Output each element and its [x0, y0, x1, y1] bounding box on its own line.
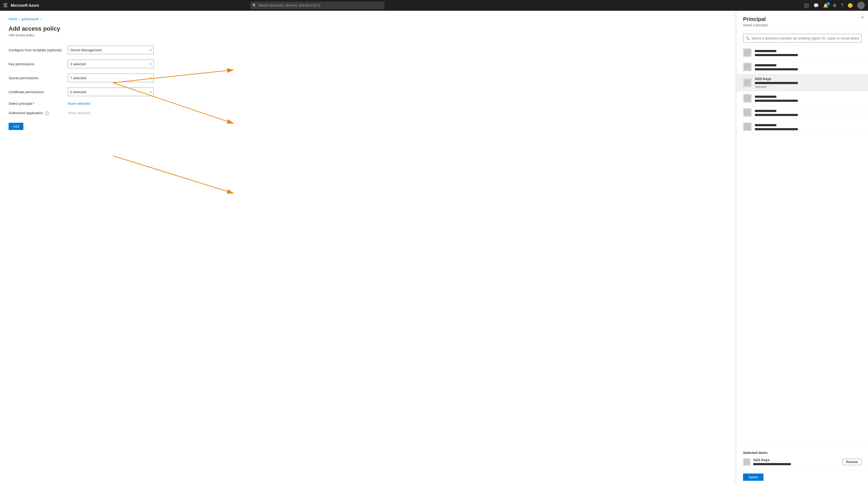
secret-permissions-value: 7 selected	[70, 76, 86, 80]
secret-permissions-row: Secret permissions 7 selected ▾	[9, 74, 728, 82]
breadcrumb-home[interactable]: Home	[9, 17, 17, 21]
principal-panel: Principal Select a principal × 🔍	[736, 11, 868, 484]
cert-permissions-dropdown[interactable]: 0 selected ▾	[68, 88, 154, 96]
secret-permissions-arrow: ▾	[150, 76, 151, 79]
selected-label: Selected	[755, 85, 862, 88]
configure-value: Secret Management	[70, 48, 101, 52]
dir-sub-6	[755, 128, 862, 131]
breadcrumb-sep-2: ›	[40, 17, 41, 21]
dir-name-1	[755, 49, 862, 53]
key-permissions-arrow: ▾	[150, 63, 151, 66]
search-input[interactable]	[258, 3, 382, 7]
select-principal-row: Select principal * None selected	[9, 101, 728, 105]
main-wrapper: Home › g2skeyvault › Add access policy A…	[0, 11, 868, 484]
auth-app-link[interactable]: None selected	[68, 111, 90, 115]
user-avatar[interactable]	[857, 2, 865, 9]
select-principal-label: Select principal *	[9, 101, 68, 105]
principal-search-input[interactable]	[751, 36, 859, 40]
close-panel-button[interactable]: ×	[861, 15, 864, 20]
principal-search-icon: 🔍	[745, 36, 750, 40]
dir-avatar-4	[743, 94, 752, 103]
secret-permissions-label: Secret permissions	[9, 76, 68, 80]
dir-sub-2	[755, 68, 862, 71]
cert-permissions-control: 0 selected ▾	[68, 88, 154, 96]
help-icon[interactable]: ?	[841, 3, 843, 8]
selected-item-name: G2S Keys	[753, 458, 842, 462]
left-panel: Home › g2skeyvault › Add access policy A…	[0, 11, 736, 484]
directory-list: G2S Keys Selected	[737, 46, 868, 446]
dir-avatar-6	[743, 123, 752, 131]
dir-item-2[interactable]	[737, 60, 868, 74]
required-star: *	[33, 101, 35, 105]
principal-search-box: 🔍	[743, 34, 862, 42]
auth-app-row: Authorized application i None selected	[9, 111, 728, 115]
cert-permissions-row: Certificate permissions 0 selected ▾	[9, 88, 728, 96]
principal-title: Principal	[743, 16, 862, 22]
feedback-icon[interactable]: 💬	[813, 3, 819, 8]
dir-sub-5	[755, 114, 862, 117]
configure-arrow: ▾	[150, 49, 151, 52]
breadcrumb-keyvault[interactable]: g2skeyvault	[22, 17, 38, 21]
dir-item-5[interactable]	[737, 105, 868, 120]
dir-name-4	[755, 95, 862, 99]
remove-button[interactable]: Remove	[842, 459, 862, 465]
key-permissions-control: 0 selected ▾	[68, 60, 154, 68]
auth-app-control: None selected	[68, 111, 154, 115]
dir-item-4[interactable]	[737, 91, 868, 105]
dir-info-3: G2S Keys Selected	[755, 77, 862, 88]
dir-info-6	[755, 123, 862, 131]
nav-icons: ⬛ 💬 🔔 1 ⚙ ? 🙂	[804, 2, 865, 9]
dir-item-g2s-keys[interactable]: G2S Keys Selected	[737, 74, 868, 91]
selected-item-avatar	[743, 458, 750, 466]
auth-app-label: Authorized application i	[9, 111, 68, 115]
settings-icon[interactable]: ⚙	[833, 3, 837, 8]
key-permissions-row: Key permissions 0 selected ▾	[9, 60, 728, 68]
key-permissions-value: 0 selected	[70, 62, 86, 66]
principal-footer: Select	[737, 470, 868, 484]
dir-info-2	[755, 63, 862, 71]
key-permissions-dropdown[interactable]: 0 selected ▾	[68, 60, 154, 68]
dir-info-5	[755, 109, 862, 117]
cloud-shell-icon[interactable]: ⬛	[804, 3, 809, 8]
cert-permissions-arrow: ▾	[150, 91, 151, 94]
dir-name-g2s-keys: G2S Keys	[755, 77, 862, 81]
selected-items-title: Selected items	[743, 451, 862, 455]
top-navigation: ☰ Microsoft Azure 🔍 ⬛ 💬 🔔 1 ⚙ ? 🙂	[0, 0, 868, 11]
key-permissions-label: Key permissions	[9, 62, 68, 66]
search-bar: 🔍	[250, 2, 384, 9]
dir-sub-3	[755, 82, 862, 85]
breadcrumb: Home › g2skeyvault ›	[9, 17, 728, 21]
selected-item-sub	[753, 462, 842, 466]
dir-info-1	[755, 49, 862, 57]
notification-badge: 1	[826, 2, 830, 6]
configure-dropdown[interactable]: Secret Management ▾	[68, 46, 154, 54]
selected-items-section: Selected items G2S Keys Remove	[737, 446, 868, 470]
dir-item-1[interactable]	[737, 46, 868, 60]
dir-name-5	[755, 109, 862, 113]
notifications-icon[interactable]: 🔔 1	[823, 3, 829, 8]
menu-icon[interactable]: ☰	[3, 2, 7, 8]
select-principal-control: None selected	[68, 101, 154, 105]
configure-control: Secret Management ▾	[68, 46, 154, 54]
svg-line-3	[113, 156, 234, 193]
dir-item-6[interactable]	[737, 120, 868, 134]
dir-avatar-3	[743, 78, 752, 87]
smiley-icon[interactable]: 🙂	[847, 3, 853, 8]
search-icon: 🔍	[252, 3, 257, 7]
secret-permissions-dropdown[interactable]: 7 selected ▾	[68, 74, 154, 82]
secret-permissions-control: 7 selected ▾	[68, 74, 154, 82]
selected-item-info: G2S Keys	[753, 458, 842, 466]
configure-row: Configure from template (optional) Secre…	[9, 46, 728, 54]
selected-item-g2s: G2S Keys Remove	[743, 458, 862, 466]
dir-info-4	[755, 95, 862, 102]
select-button[interactable]: Select	[743, 474, 764, 481]
dir-name-6	[755, 123, 862, 127]
select-principal-link[interactable]: None selected	[68, 101, 90, 105]
principal-subtitle: Select a principal	[743, 23, 862, 27]
principal-header: Principal Select a principal ×	[737, 11, 868, 31]
app-title: Microsoft Azure	[11, 3, 39, 7]
configure-label: Configure from template (optional)	[9, 48, 68, 52]
add-button[interactable]: Add	[9, 123, 23, 130]
dir-avatar-1	[743, 49, 752, 57]
dir-sub-1	[755, 54, 862, 57]
